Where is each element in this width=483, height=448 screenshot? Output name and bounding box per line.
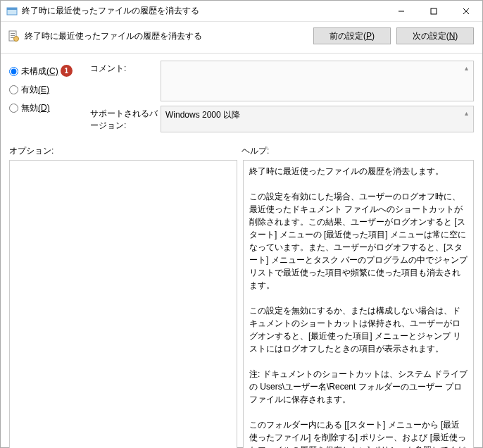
policy-title: 終了時に最近使ったファイルの履歴を消去する: [25, 30, 308, 42]
window-title: 終了時に最近使ったファイルの履歴を消去する: [22, 5, 385, 17]
titlebar: 終了時に最近使ったファイルの履歴を消去する: [1, 1, 482, 22]
fields: コメント: ▴ サポートされるバージョン: Windows 2000 以降 ▴: [90, 61, 474, 137]
body: 未構成(C) 1 有効(E) 無効(D) コメント: ▴: [1, 54, 482, 448]
svg-rect-1: [7, 8, 17, 10]
radio-disabled[interactable]: 無効(D): [9, 99, 90, 117]
supported-row: サポートされるバージョン: Windows 2000 以降 ▴: [90, 106, 474, 132]
radio-label: 無効(D): [21, 102, 50, 114]
app-icon: [6, 6, 18, 17]
supported-value: Windows 2000 以降: [165, 110, 240, 120]
radio-label: 有効(E): [21, 84, 49, 96]
options-label: オプション:: [9, 145, 242, 157]
radio-disabled-input[interactable]: [9, 104, 18, 113]
options-pane: [9, 160, 237, 448]
header: 終了時に最近使ったファイルの履歴を消去する 前の設定(P) 次の設定(N): [1, 22, 482, 54]
panes: 終了時に最近使ったファイルの履歴を消去します。 この設定を有効にした場合、ユーザ…: [9, 160, 474, 448]
minimize-button[interactable]: [385, 1, 418, 22]
previous-setting-button[interactable]: 前の設定(P): [313, 27, 391, 44]
radio-not-configured-input[interactable]: [9, 67, 18, 76]
scroll-up-icon: ▴: [460, 108, 472, 118]
svg-rect-7: [11, 33, 15, 34]
supported-label: サポートされるバージョン:: [90, 106, 161, 132]
comment-field[interactable]: ▴: [161, 61, 474, 101]
pane-labels: オプション: ヘルプ:: [9, 145, 474, 157]
svg-rect-3: [431, 8, 437, 14]
policy-icon: [8, 30, 19, 42]
help-pane: 終了時に最近使ったファイルの履歴を消去します。 この設定を有効にした場合、ユーザ…: [243, 160, 474, 448]
svg-rect-8: [11, 35, 15, 36]
maximize-button[interactable]: [418, 1, 450, 22]
supported-field: Windows 2000 以降 ▴: [161, 106, 474, 132]
close-button[interactable]: [450, 1, 482, 22]
button-label: 前の設定(P): [330, 31, 375, 41]
radio-enabled-input[interactable]: [9, 85, 18, 94]
scroll-up-icon: ▴: [460, 63, 472, 73]
radio-enabled[interactable]: 有効(E): [9, 80, 90, 99]
button-label: 次の設定(N): [413, 31, 458, 41]
radio-not-configured[interactable]: 未構成(C) 1: [9, 62, 90, 80]
radio-label: 未構成(C): [21, 66, 58, 77]
top-grid: 未構成(C) 1 有効(E) 無効(D) コメント: ▴: [9, 61, 474, 137]
policy-editor-window: 終了時に最近使ったファイルの履歴を消去する 終了時に最近使ったファイルの履歴を消…: [0, 0, 483, 448]
svg-point-10: [14, 37, 19, 42]
comment-label: コメント:: [90, 61, 161, 101]
state-radios: 未構成(C) 1 有効(E) 無効(D): [9, 61, 90, 137]
comment-row: コメント: ▴: [90, 61, 474, 101]
next-setting-button[interactable]: 次の設定(N): [396, 27, 474, 44]
annotation-marker-1: 1: [61, 65, 73, 77]
help-label: ヘルプ:: [242, 145, 474, 157]
